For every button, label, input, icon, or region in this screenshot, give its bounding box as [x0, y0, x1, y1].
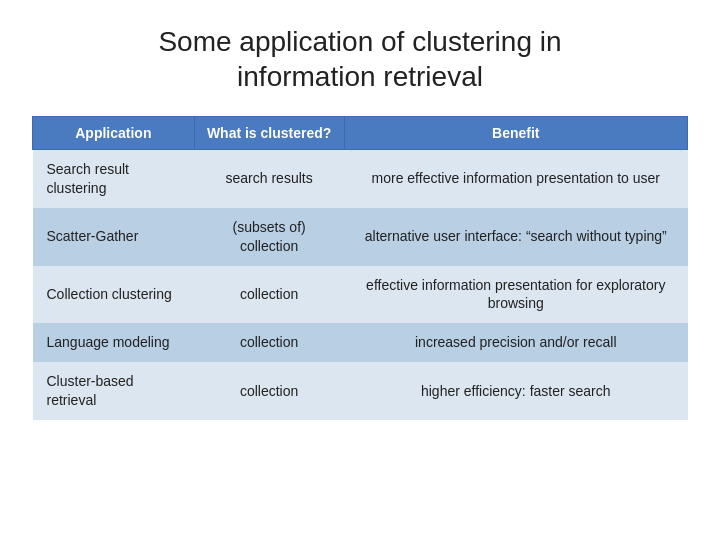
- page-title: Some application of clustering in inform…: [158, 24, 561, 94]
- cell-benefit: effective information presentation for e…: [344, 266, 687, 324]
- cell-clustered: (subsets of) collection: [194, 208, 344, 266]
- table-row: Language modelingcollectionincreased pre…: [33, 323, 688, 362]
- cell-application: Search result clustering: [33, 150, 195, 208]
- cell-clustered: collection: [194, 266, 344, 324]
- clustering-table: Application What is clustered? Benefit S…: [32, 116, 688, 420]
- cell-benefit: more effective information presentation …: [344, 150, 687, 208]
- cell-clustered: search results: [194, 150, 344, 208]
- table-row: Scatter-Gather(subsets of) collectionalt…: [33, 208, 688, 266]
- cell-clustered: collection: [194, 323, 344, 362]
- cell-benefit: alternative user interface: “search with…: [344, 208, 687, 266]
- table-header-row: Application What is clustered? Benefit: [33, 117, 688, 150]
- cell-application: Scatter-Gather: [33, 208, 195, 266]
- table-row: Collection clusteringcollectioneffective…: [33, 266, 688, 324]
- cell-application: Language modeling: [33, 323, 195, 362]
- cell-benefit: increased precision and/or recall: [344, 323, 687, 362]
- table-row: Cluster-based retrievalcollectionhigher …: [33, 362, 688, 420]
- cell-benefit: higher efficiency: faster search: [344, 362, 687, 420]
- col-header-application: Application: [33, 117, 195, 150]
- table-row: Search result clusteringsearch resultsmo…: [33, 150, 688, 208]
- cell-application: Collection clustering: [33, 266, 195, 324]
- col-header-benefit: Benefit: [344, 117, 687, 150]
- cell-application: Cluster-based retrieval: [33, 362, 195, 420]
- col-header-clustered: What is clustered?: [194, 117, 344, 150]
- cell-clustered: collection: [194, 362, 344, 420]
